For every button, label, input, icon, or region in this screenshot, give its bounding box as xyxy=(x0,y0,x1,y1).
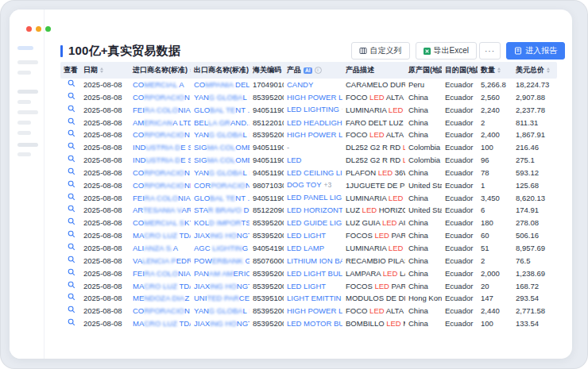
importer-link[interactable]: INDUSTRIA DE SIS... xyxy=(133,143,191,152)
importer-link[interactable]: COMERCIAL SKYWI... xyxy=(133,218,191,227)
exporter-link[interactable]: JIAXING HONGT... xyxy=(194,319,250,328)
exporter-link[interactable]: YANG GLOBAL LI... xyxy=(194,130,250,139)
view-details-button[interactable] xyxy=(64,229,75,242)
sort-icon-qty[interactable] xyxy=(497,67,501,73)
product-link[interactable]: LED HORIZONTAL L xyxy=(287,206,342,214)
view-details-button[interactable] xyxy=(64,267,75,280)
importer-link[interactable]: FEIRA COLONIA ... xyxy=(133,106,191,114)
importer-link[interactable]: VALENCIA PEDR... xyxy=(133,256,191,265)
exporter-link[interactable]: SIGMA COLOMB... xyxy=(194,156,250,164)
view-details-button[interactable] xyxy=(64,129,75,141)
cell-dest: Ecuador xyxy=(442,192,478,205)
product-link[interactable]: HIGH POWER LED F xyxy=(287,93,342,102)
importer-link[interactable]: ARTESANIA VARA... xyxy=(133,206,191,214)
product-link[interactable]: LED xyxy=(287,156,301,164)
exporter-link[interactable]: COMPANIA DEL ... xyxy=(194,80,250,89)
view-details-button[interactable] xyxy=(64,192,75,205)
importer-link[interactable]: CORPORACION E... xyxy=(133,93,191,102)
importer-link[interactable]: MACRO LUZ TDA xyxy=(133,282,191,290)
exporter-link[interactable]: PANAM AMERIC... xyxy=(194,269,250,278)
exporter-link[interactable]: YANG GLOBAL LI... xyxy=(194,168,250,177)
importer-link[interactable]: CORPORACIONES... xyxy=(133,181,191,190)
view-details-button[interactable] xyxy=(64,242,75,255)
cell-origin: China xyxy=(405,129,442,141)
importer-link[interactable]: CORPORACION E... xyxy=(133,130,191,139)
view-details-button[interactable] xyxy=(64,292,75,305)
exporter-link[interactable]: POWERBANK GR... xyxy=(194,256,250,265)
export-excel-button[interactable]: 导出Excel xyxy=(416,42,477,60)
cell-view xyxy=(60,179,80,192)
product-link[interactable]: LED LIGHT BULB xyxy=(287,269,342,278)
view-details-button[interactable] xyxy=(64,154,75,167)
importer-link[interactable]: CORPORACION E... xyxy=(133,306,191,315)
minimize-window-button[interactable] xyxy=(36,26,41,32)
view-details-button[interactable] xyxy=(64,217,75,229)
exporter-link[interactable]: GLOBAL TENT ... xyxy=(194,194,250,202)
importer-link[interactable]: FEIRA COLONIA ... xyxy=(133,194,191,202)
view-details-button[interactable] xyxy=(64,141,75,154)
view-details-button[interactable] xyxy=(64,79,75,91)
customize-columns-button[interactable]: 自定义列 xyxy=(351,42,410,60)
main-content: 100亿+真实贸易数据 自定义列 导出Excel xyxy=(44,10,572,359)
view-details-button[interactable] xyxy=(64,317,75,330)
view-details-button[interactable] xyxy=(64,204,75,217)
product-link[interactable]: LED LIGHTING xyxy=(287,105,339,113)
importer-link[interactable]: COMERCIAL A xyxy=(133,80,184,89)
product-link[interactable]: LIGHT EMITTIN xyxy=(287,294,341,302)
column-header-label-usd: 美元总价 xyxy=(516,65,544,75)
view-details-button[interactable] xyxy=(64,280,75,293)
close-window-button[interactable] xyxy=(26,26,32,32)
more-actions-button[interactable]: ··· xyxy=(479,42,501,60)
importer-link[interactable]: FEIRA COLONIA ... xyxy=(133,269,191,278)
view-details-button[interactable] xyxy=(64,117,75,129)
maximize-window-button[interactable] xyxy=(45,26,51,32)
importer-link[interactable]: MACRO LUZ TDA xyxy=(133,231,191,240)
product-link[interactable]: LITHIUM ION BATTE xyxy=(287,256,342,265)
product-link[interactable]: LED PANEL LIG xyxy=(287,193,342,202)
view-details-button[interactable] xyxy=(64,305,75,317)
product-link[interactable]: LED CEILING LIGHT xyxy=(287,168,342,177)
view-details-button[interactable] xyxy=(64,179,75,192)
view-details-button[interactable] xyxy=(64,91,75,104)
exporter-link[interactable]: KOLD IMPORTS xyxy=(194,218,250,227)
product-link[interactable]: LED HEADLIGHT xyxy=(287,118,342,127)
cell-usd: 1,867.91 xyxy=(513,129,557,141)
product-link[interactable]: LED GUIDE LIGHT T xyxy=(287,218,342,227)
exporter-link[interactable]: GLOBAL TENT ... xyxy=(194,106,250,114)
sort-icon-date[interactable] xyxy=(100,67,103,73)
exporter-link[interactable]: YANG GLOBAL LI... xyxy=(194,306,250,315)
table-row: 2025-08-08AMERICANA LTDABELLA GRAND...85… xyxy=(60,117,557,129)
exporter-link[interactable]: JIAXING HONGT... xyxy=(194,282,250,290)
importer-link[interactable]: INDUSTRIA DE SIS... xyxy=(133,156,191,164)
enter-report-button[interactable]: 进入报告 xyxy=(506,42,565,60)
exporter-link[interactable]: UNITED PARCEL ... xyxy=(194,294,250,302)
product-link[interactable]: LED LAMP xyxy=(287,244,324,252)
exporter-link[interactable]: AGC LIGHTING C... xyxy=(194,244,250,252)
exporter-link[interactable]: CORPORACIONES... xyxy=(194,181,250,190)
importer-link[interactable]: ALIANZA S.A xyxy=(133,244,178,252)
sort-icon-usd[interactable] xyxy=(547,67,550,73)
exporter-link[interactable]: SIGMA COLOMB... xyxy=(194,143,250,152)
cell-desc: RECAMBIO PILAS RE xyxy=(342,255,405,267)
view-details-button[interactable] xyxy=(64,167,75,179)
importer-link[interactable]: AMERICANA LTDA xyxy=(133,118,191,127)
product-link[interactable]: HIGH POWER LED F xyxy=(287,306,342,315)
cell-origin: United States xyxy=(405,204,442,217)
cell-dest: Ecuador xyxy=(442,242,478,255)
exporter-link[interactable]: JIAXING HONGT... xyxy=(194,231,250,240)
exporter-link[interactable]: YANG GLOBAL LI... xyxy=(194,93,250,102)
product-link[interactable]: LED MOTOR BULB xyxy=(287,319,342,328)
exporter-link[interactable]: STAR BRAVO DIST... xyxy=(194,206,250,214)
product-link[interactable]: DOG TOY xyxy=(287,180,321,189)
product-link[interactable]: LED LIGHT xyxy=(287,231,326,240)
view-details-button[interactable] xyxy=(64,255,75,267)
product-link[interactable]: HIGH POWER LED F xyxy=(287,130,342,139)
importer-link[interactable]: MENDOZA DIAZ M... xyxy=(133,294,191,302)
importer-link[interactable]: MACRO LUZ TDA xyxy=(133,319,191,328)
product-more-count[interactable]: +3 xyxy=(323,181,331,189)
view-details-button[interactable] xyxy=(64,104,75,117)
exporter-link[interactable]: BELLA GRAND... xyxy=(194,118,250,127)
importer-link[interactable]: CORPORACION E... xyxy=(133,168,191,177)
product-link[interactable]: LED LIGHT xyxy=(287,282,326,290)
product-link[interactable]: CANDY xyxy=(287,80,313,89)
